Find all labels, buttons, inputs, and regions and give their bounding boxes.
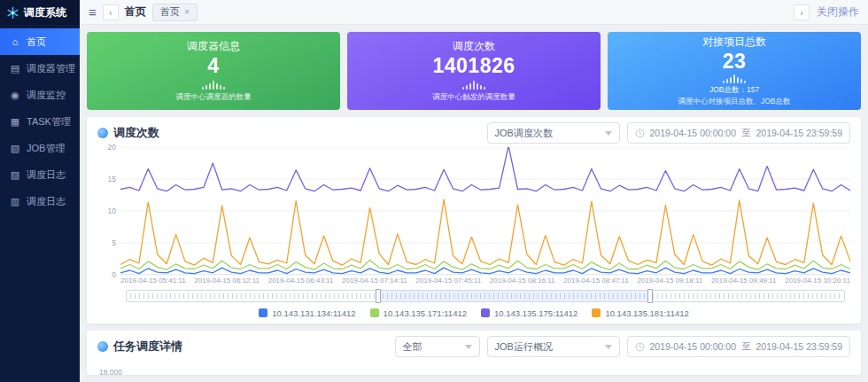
sidebar-item-home[interactable]: ⌂首页: [0, 28, 80, 55]
x-tick-label: 2019-04-15 09:18:11: [638, 277, 703, 285]
job-count-select[interactable]: JOB调度次数: [487, 122, 620, 144]
legend-label: 10.143.135.171:11412: [384, 308, 467, 318]
date-range-picker-2[interactable]: 2019-04-15 00:00:00 至 2019-04-15 23:59:5…: [627, 336, 851, 357]
topbar-right: › 关闭操作: [794, 4, 859, 20]
clock-icon: [635, 342, 645, 352]
datazoom-slider[interactable]: [126, 290, 845, 302]
dispatch-panel-header: 调度次数 JOB调度次数 2019-04-15 00:00:00: [87, 117, 861, 144]
panel-dot-icon: [97, 341, 108, 352]
sidebar-item-label: 调度监控: [27, 89, 66, 102]
x-tick-label: 2019-04-15 10:20:11: [785, 277, 850, 285]
panel-title-row: 任务调度详情: [97, 339, 182, 355]
menu-collapse-icon[interactable]: ≡: [89, 5, 97, 19]
x-tick-label: 2019-04-15 05:41:11: [120, 277, 186, 285]
tab-label: 首页: [160, 5, 180, 19]
x-tick-label: 2019-04-15 09:49:11: [711, 277, 777, 285]
sidebar-item-job-mgmt[interactable]: ▧JOB管理: [0, 135, 80, 161]
datazoom-handle-left[interactable]: [376, 289, 381, 303]
stat-card-caption: 调度中心触发的调度数量: [432, 92, 515, 103]
y-tick-label: 10: [108, 207, 116, 215]
select-value: 全部: [403, 340, 422, 354]
legend-item[interactable]: 10.143.131.134:11412: [259, 308, 355, 318]
logo-asterisk-icon: [6, 6, 19, 19]
mini-bars-icon: [723, 74, 746, 83]
tabs-scroll-right-button[interactable]: ›: [794, 4, 810, 20]
task-chart-y-label: 18,000: [99, 368, 861, 375]
sidebar-item-label: 首页: [27, 35, 46, 49]
date-start: 2019-04-15 00:00:00: [650, 128, 737, 138]
datazoom-selection[interactable]: [378, 291, 651, 301]
tab-home[interactable]: 首页 ×: [152, 4, 198, 21]
mini-bars-icon: [202, 80, 225, 90]
stat-card-caption: 调度中心调度器的数量: [176, 92, 252, 103]
plot-wrap: 05101520: [97, 147, 850, 275]
home-icon: ⌂: [10, 36, 20, 47]
sidebar-item-task-mgmt[interactable]: ▦TASK管理: [0, 108, 80, 135]
log-icon: ▨: [10, 169, 20, 181]
app-title: 调度系统: [24, 5, 66, 20]
x-tick-label: 2019-04-15 07:45:11: [415, 277, 481, 285]
breadcrumb[interactable]: 首页: [125, 4, 146, 19]
legend-item[interactable]: 10.143.135.171:11412: [370, 308, 467, 318]
task-detail-panel: 任务调度详情 全部 JOB运行概况: [87, 331, 861, 375]
date-end: 2019-04-15 23:59:59: [756, 128, 843, 138]
chevron-down-icon: [605, 131, 612, 136]
close-operations-button[interactable]: 关闭操作: [817, 4, 859, 19]
y-tick-label: 5: [112, 238, 116, 247]
chevron-down-icon: [465, 345, 472, 349]
dispatch-panel-controls: JOB调度次数 2019-04-15 00:00:00 至 2019-04-15…: [487, 122, 851, 144]
date-separator: 至: [741, 340, 751, 353]
stat-card-value: 1401826: [432, 54, 515, 77]
monitor-icon: ◉: [10, 90, 20, 101]
sidebar-item-label: 调度器管理: [27, 62, 75, 75]
task-panel-controls: 全部 JOB运行概况 2019-04-15 00:0: [395, 336, 851, 357]
legend-label: 10.143.131.134:11412: [272, 308, 355, 318]
clock-icon: [635, 129, 645, 138]
datazoom-handle-right[interactable]: [647, 289, 653, 303]
x-tick-label: 2019-04-15 06:12:11: [194, 277, 260, 285]
sidebar-item-dispatch-log[interactable]: ▨调度日志: [0, 161, 80, 188]
sidebar-item-dispatch-log-2[interactable]: ▥调度日志: [0, 188, 80, 214]
dispatch-count-panel: 调度次数 JOB调度次数 2019-04-15 00:00:00: [87, 117, 861, 324]
panel-dot-icon: [97, 128, 108, 138]
stat-card-project-total: 对接项目总数23JOB总数：157调度中心对接项目总数、JOB总数: [608, 32, 861, 110]
legend-label: 10.143.135.181:11412: [605, 308, 688, 318]
task-icon: ▦: [10, 116, 20, 128]
sidebar-item-scheduler-mgmt[interactable]: ▤调度器管理: [0, 55, 80, 82]
dispatch-line-chart[interactable]: 05101520 2019-04-15 05:41:112019-04-15 0…: [87, 144, 861, 324]
stat-card-title: 对接项目总数: [702, 35, 766, 50]
sidebar-item-label: 调度日志: [27, 195, 66, 208]
stat-card-title: 调度次数: [453, 39, 495, 54]
legend-item[interactable]: 10.143.135.175:11412: [481, 308, 577, 318]
select-value: JOB调度次数: [495, 127, 553, 140]
job-overview-select[interactable]: JOB运行概况: [487, 336, 620, 357]
date-range-picker[interactable]: 2019-04-15 00:00:00 至 2019-04-15 23:59:5…: [627, 122, 851, 144]
job-icon: ▧: [10, 143, 20, 154]
main-content: 调度器信息4调度中心调度器的数量调度次数1401826调度中心触发的调度数量对接…: [80, 25, 868, 382]
topbar: ≡ ‹ 首页 首页 × › 关闭操作: [80, 0, 868, 25]
legend-swatch-icon: [592, 308, 601, 317]
plot[interactable]: [120, 147, 850, 275]
tab-close-icon[interactable]: ×: [184, 7, 190, 17]
y-tick-label: 20: [108, 143, 116, 152]
legend-swatch-icon: [481, 308, 490, 317]
panel-title: 调度次数: [113, 125, 159, 141]
sidebar-item-label: 调度日志: [27, 168, 66, 182]
sidebar-menu: ⌂首页▤调度器管理◉调度监控▦TASK管理▧JOB管理▨调度日志▥调度日志: [0, 25, 80, 214]
tabs-scroll-left-button[interactable]: ‹: [103, 4, 119, 20]
legend-item[interactable]: 10.143.135.181:11412: [592, 308, 688, 318]
date-separator: 至: [741, 127, 751, 139]
sidebar: 调度系统 ⌂首页▤调度器管理◉调度监控▦TASK管理▧JOB管理▨调度日志▥调度…: [0, 0, 80, 382]
chart-legend: 10.143.131.134:1141210.143.135.171:11412…: [97, 308, 850, 318]
stat-card-scheduler-info: 调度器信息4调度中心调度器的数量: [87, 32, 340, 110]
stat-card-dispatch-count: 调度次数1401826调度中心触发的调度数量: [347, 32, 601, 110]
app-logo[interactable]: 调度系统: [0, 0, 80, 25]
scope-select[interactable]: 全部: [395, 336, 480, 357]
legend-swatch-icon: [259, 308, 267, 317]
sidebar-item-label: TASK管理: [27, 115, 71, 129]
sidebar-item-label: JOB管理: [27, 142, 65, 155]
sidebar-item-dispatch-monitor[interactable]: ◉调度监控: [0, 82, 80, 108]
date-end: 2019-04-15 23:59:59: [756, 341, 843, 352]
select-value: JOB运行概况: [495, 340, 553, 354]
panel-title: 任务调度详情: [113, 339, 182, 355]
